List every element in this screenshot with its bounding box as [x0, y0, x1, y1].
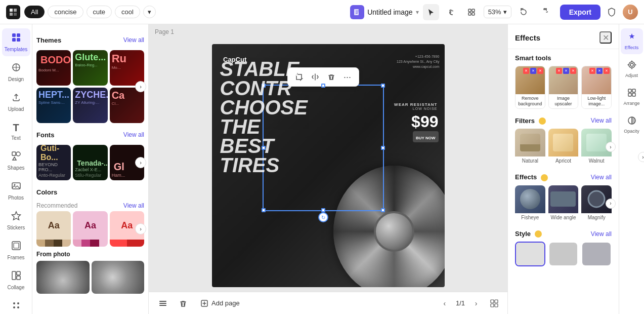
effect-fisheye[interactable]: Fisheye [515, 185, 545, 222]
right-icon-opacity[interactable]: Opacity [621, 112, 643, 138]
shapes-icon [11, 151, 21, 164]
colors-view-all[interactable]: View all [123, 202, 144, 209]
right-icon-arrange[interactable]: Arrange [621, 84, 643, 110]
frames-label: Frames [8, 255, 25, 260]
tag-concise[interactable]: concise [48, 6, 83, 18]
style-card-3[interactable] [581, 242, 612, 266]
svg-rect-36 [159, 305, 166, 306]
apps-icon [11, 300, 21, 313]
svg-point-28 [13, 302, 15, 304]
sidebar-item-collage[interactable]: Collage [2, 266, 30, 294]
theme-card-ca[interactable]: Ca Cl... [110, 88, 144, 123]
user-avatar[interactable]: U [623, 5, 638, 20]
next-page-button[interactable]: › [469, 296, 483, 310]
sidebar-item-photos[interactable]: Photos [2, 177, 30, 205]
zoom-chevron-icon: ▾ [503, 8, 507, 16]
effects-nav-icon [627, 32, 636, 44]
effects-indicator [541, 174, 548, 181]
effects-grid: Fisheye Wide angle Magnify › [515, 185, 612, 222]
themes-title: Themes [36, 36, 61, 44]
themes-next-button[interactable]: › [135, 81, 146, 92]
smart-tool-low-light[interactable]: ✕ ✕ ✕ Low-light image... [581, 66, 612, 109]
filters-next-button[interactable]: › [606, 142, 616, 152]
bottom-settings-button[interactable] [155, 295, 171, 311]
fonts-view-all[interactable]: View all [123, 131, 144, 138]
sidebar-item-design[interactable]: Design [2, 58, 30, 86]
theme-ca-sub: Cl... [112, 101, 142, 106]
theme-card-ru[interactable]: Ru Mo... [110, 50, 144, 86]
style-grid: › [515, 242, 612, 266]
theme-hept-sub: Spline Sans-... [38, 100, 69, 105]
recommended-label: Recommended [36, 202, 77, 209]
effects-close-button[interactable]: ✕ [599, 31, 612, 44]
fonts-next-button[interactable]: › [135, 157, 146, 168]
tag-cute[interactable]: cute [87, 6, 112, 18]
color-card-2[interactable]: Aa [73, 211, 107, 247]
color-card-1[interactable]: Aa [36, 211, 71, 247]
doc-chevron-icon[interactable]: ▾ [416, 9, 419, 16]
svg-rect-15 [17, 38, 20, 42]
sidebar-item-upload[interactable]: Upload [2, 88, 30, 116]
font-card-guti[interactable]: Guti-Bo... BEYOND PRO... Anto-Regular [36, 145, 71, 180]
filters-title: Filters [515, 117, 546, 125]
smart-tool-remove-bg[interactable]: ✕ ✕ ✕ Remove background [515, 66, 545, 109]
effects-next-button[interactable]: › [606, 199, 616, 209]
natural-label: Natural [515, 156, 545, 165]
style-card-2[interactable] [548, 242, 579, 266]
design-label: Design [8, 76, 24, 82]
grid-view-button[interactable] [487, 296, 501, 310]
sidebar-item-text[interactable]: T Text [2, 118, 30, 145]
tag-cool[interactable]: cool [115, 6, 140, 18]
pointer-tool[interactable] [423, 4, 439, 20]
theme-card-glute[interactable]: Glute... Baloo-Reg... [73, 50, 107, 86]
prev-page-button[interactable]: ‹ [438, 296, 452, 310]
add-page-button[interactable]: Add page [195, 296, 245, 310]
fonts-title: Fonts [36, 131, 54, 139]
page-navigation: ‹ 1/1 › [438, 296, 483, 310]
style-card-1[interactable] [515, 242, 545, 266]
effects-view-all[interactable]: View all [591, 174, 612, 181]
filter-natural[interactable]: Natural [515, 129, 545, 165]
sidebar-item-templates[interactable]: Templates [2, 28, 30, 56]
smart-tool-upscaler[interactable]: ✕ ✕ ✕ Image upscaler [548, 66, 579, 109]
canvas-contact: +123-456-7890123 Anywhere St., Any Cityw… [397, 54, 439, 69]
colors-next-button[interactable]: › [135, 223, 146, 234]
layout-tool[interactable] [463, 4, 480, 20]
themes-view-all[interactable]: View all [123, 36, 144, 44]
walnut-label: Walnut [581, 156, 612, 165]
theme-card-bodo[interactable]: BODO... Bodoni M... [36, 50, 71, 86]
theme-card-hept[interactable]: HEPT... Spline Sans-... [36, 88, 71, 123]
zoom-control[interactable]: 53% ▾ [484, 6, 511, 18]
smart-tools-title: Smart tools [515, 54, 612, 62]
filters-view-all[interactable]: View all [591, 117, 612, 124]
sidebar-item-apps[interactable]: Apps [2, 296, 30, 314]
sidebar-item-frames[interactable]: Frames [2, 237, 30, 264]
tag-all[interactable]: All [24, 6, 45, 18]
sidebar-item-shapes[interactable]: Shapes [2, 147, 30, 175]
from-photo-card-2[interactable] [92, 261, 145, 294]
zoom-level: 53% [488, 8, 501, 16]
redo-button[interactable] [536, 4, 552, 20]
tag-more-button[interactable]: ▾ [143, 6, 156, 18]
canvas-sub-text: WEAR RESISTANT Low noise [394, 102, 437, 110]
from-photo-card-1[interactable] [36, 261, 90, 294]
font-gl-name: Gl [112, 159, 126, 173]
svg-rect-44 [628, 89, 631, 92]
font-card-tenada[interactable]: Tenada-... Zacbel X-E... Stilu-Regular [73, 145, 107, 180]
export-button[interactable]: Export [560, 5, 600, 20]
svg-rect-3 [14, 13, 17, 16]
right-icon-adjust[interactable]: Adjust [621, 56, 643, 82]
effect-wide-angle[interactable]: Wide angle [548, 185, 579, 222]
sidebar-item-stickers[interactable]: Stickers [2, 207, 30, 234]
filter-apricot[interactable]: Apricot [548, 129, 579, 165]
theme-card-zyche[interactable]: ZYCHE... ZY Alluring-... [73, 88, 107, 123]
bottom-delete-button[interactable] [175, 295, 191, 311]
right-icon-effects[interactable]: Effects [621, 28, 643, 54]
canvas-container[interactable]: CapCut +123-456-7890123 Anywhere St., An… [149, 40, 507, 292]
undo-button[interactable] [516, 4, 532, 20]
style-view-all[interactable]: View all [591, 230, 612, 238]
svg-rect-1 [14, 9, 17, 12]
hand-tool[interactable] [443, 4, 459, 20]
svg-rect-8 [468, 9, 471, 12]
add-page-label: Add page [211, 299, 240, 307]
